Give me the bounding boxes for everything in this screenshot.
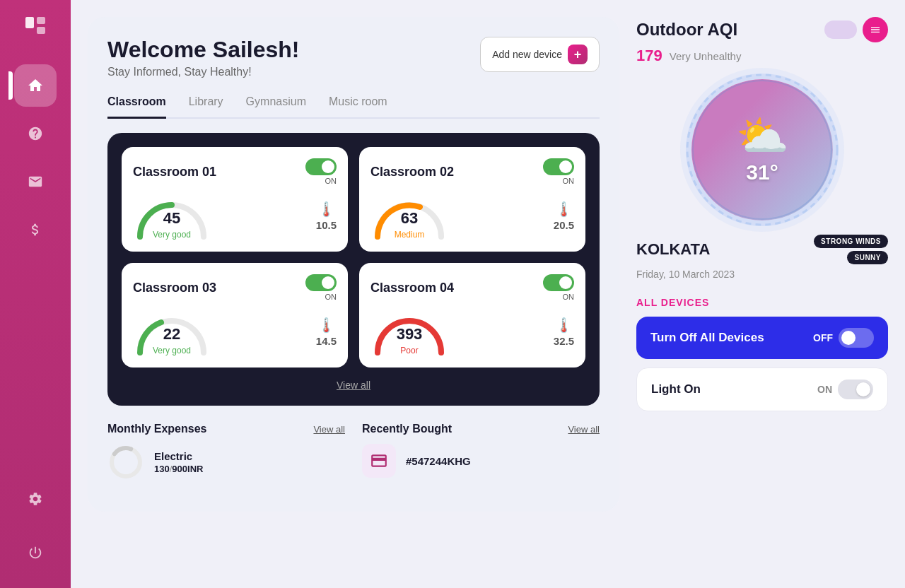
svg-rect-0 — [25, 17, 34, 28]
aqi-value-row: 179 Very Unhealthy — [636, 47, 888, 65]
room-tabs: Classroom Library Gymnasium Music room — [107, 95, 600, 119]
sidebar — [0, 0, 71, 588]
classroom-card-04: Classroom 04 ON — [359, 263, 585, 368]
classroom-card-02: Classroom 02 ON — [359, 147, 585, 252]
classroom-01-status: Very good — [153, 230, 191, 240]
location-row: KOLKATA STRONG WINDS SUNNY — [636, 235, 888, 264]
turn-off-label: Turn Off All Devices — [650, 331, 764, 345]
tab-library[interactable]: Library — [189, 95, 223, 119]
classroom-03-toggle-label: ON — [325, 293, 337, 301]
classroom-03-temp-val: 14.5 — [316, 335, 337, 347]
classroom-04-body: 393 Poor 🌡️ 32.5 — [370, 307, 574, 356]
svg-rect-2 — [37, 27, 45, 34]
classroom-01-body: 45 Very good 🌡️ 10.5 — [133, 191, 337, 240]
aqi-controls — [824, 17, 888, 42]
classroom-04-title: Classroom 04 — [370, 281, 454, 295]
classroom-container: Classroom 01 ON — [107, 133, 600, 406]
aqi-title: Outdoor AQI — [636, 20, 737, 40]
classroom-02-title: Classroom 02 — [370, 165, 454, 180]
aqi-header: Outdoor AQI — [636, 17, 888, 42]
classroom-card-03: Classroom 03 ON — [122, 263, 348, 368]
classroom-01-toggle[interactable] — [305, 158, 337, 175]
sidebar-item-settings[interactable] — [14, 478, 57, 520]
classroom-02-temp: 🌡️ 20.5 — [554, 201, 574, 231]
light-on-toggle[interactable] — [838, 380, 873, 399]
classroom-01-title: Classroom 01 — [133, 165, 216, 180]
classroom-01-temp: 🌡️ 10.5 — [316, 201, 337, 231]
view-all-link[interactable]: View all — [337, 380, 370, 391]
classroom-03-aqi: 22 — [153, 325, 191, 343]
light-on-state: ON — [817, 384, 832, 395]
svg-point-6 — [693, 81, 831, 219]
classroom-04-toggle[interactable] — [543, 274, 574, 291]
bottom-section: Monthly Expenses View all Electric 130/9… — [107, 423, 600, 481]
classroom-04-header: Classroom 04 ON — [370, 274, 574, 301]
classroom-01-gauge: 45 Very good — [133, 191, 211, 240]
recent-title: Recently Bought — [362, 423, 452, 435]
light-on-switch: ON — [817, 380, 873, 399]
classroom-card-01: Classroom 01 ON — [122, 147, 348, 252]
recent-view-all[interactable]: View all — [568, 424, 600, 435]
classroom-03-gauge: 22 Very good — [133, 307, 211, 356]
weather-badge-sunny: SUNNY — [847, 251, 888, 264]
classroom-01-aqi: 45 — [153, 209, 191, 228]
devices-section-title: ALL DEVICES — [636, 297, 888, 308]
sidebar-item-help[interactable] — [14, 112, 57, 155]
aqi-settings-button[interactable] — [863, 17, 888, 42]
turn-off-toggle[interactable] — [839, 328, 874, 348]
sidebar-item-billing[interactable] — [14, 208, 57, 251]
location-name: KOLKATA — [636, 240, 710, 259]
monthly-expenses-section: Monthly Expenses View all Electric 130/9… — [107, 423, 345, 481]
expense-donut — [107, 444, 144, 481]
expenses-view-all[interactable]: View all — [313, 424, 345, 435]
classroom-04-aqi: 393 — [397, 325, 423, 343]
classroom-02-temp-val: 20.5 — [554, 219, 574, 231]
expense-name: Electric — [154, 450, 203, 462]
sidebar-logo — [23, 14, 48, 45]
classroom-04-temp: 🌡️ 32.5 — [554, 317, 574, 347]
tab-gymnasium[interactable]: Gymnasium — [246, 95, 306, 119]
classroom-04-toggle-area: ON — [543, 274, 574, 301]
sidebar-item-power[interactable] — [14, 531, 57, 574]
classroom-02-header: Classroom 02 ON — [370, 158, 574, 185]
svg-point-5 — [687, 75, 837, 225]
turn-off-state: OFF — [813, 332, 833, 343]
classroom-01-toggle-label: ON — [325, 177, 337, 185]
classroom-02-toggle[interactable] — [543, 158, 574, 175]
classroom-02-toggle-label: ON — [563, 177, 575, 185]
thermometer-icon-01: 🌡️ — [317, 201, 335, 218]
classroom-03-temp: 🌡️ 14.5 — [316, 317, 337, 347]
turn-off-switch: OFF — [813, 328, 874, 348]
recently-bought-section: Recently Bought View all #547244KHG — [362, 423, 600, 481]
classroom-02-body: 63 Medium 🌡️ 20.5 — [370, 191, 574, 240]
tab-music-room[interactable]: Music room — [329, 95, 387, 119]
expense-amount: 130/900INR — [154, 464, 203, 474]
weather-badge-strong-winds: STRONG WINDS — [814, 235, 888, 248]
classroom-02-toggle-area: ON — [543, 158, 574, 185]
aqi-number: 179 — [636, 47, 662, 65]
recent-item-id: #547244KHG — [406, 455, 471, 467]
classroom-04-gauge: 393 Poor — [370, 307, 448, 356]
classroom-01-header: Classroom 01 ON — [133, 158, 337, 185]
aqi-status: Very Unhealthy — [670, 50, 742, 62]
light-on-card[interactable]: Light On ON — [636, 368, 888, 411]
sidebar-item-inbox[interactable] — [14, 160, 57, 203]
aqi-toggle[interactable] — [824, 20, 857, 39]
classroom-03-toggle[interactable] — [305, 274, 337, 291]
classroom-04-toggle-label: ON — [563, 293, 575, 301]
sidebar-item-home[interactable] — [14, 64, 57, 107]
classroom-03-header: Classroom 03 ON — [133, 274, 337, 301]
classroom-grid: Classroom 01 ON — [122, 147, 585, 368]
weather-badges: STRONG WINDS SUNNY — [814, 235, 888, 264]
classroom-03-title: Classroom 03 — [133, 281, 216, 295]
light-on-label: Light On — [651, 382, 701, 396]
welcome-section: Welcome Sailesh! Stay Informed, Stay Hea… — [107, 37, 300, 78]
turn-off-devices-card[interactable]: Turn Off All Devices OFF — [636, 317, 888, 359]
add-device-button[interactable]: Add new device + — [480, 37, 600, 72]
expenses-title: Monthly Expenses — [107, 423, 206, 435]
expenses-title-row: Monthly Expenses View all — [107, 423, 345, 435]
classroom-04-status: Poor — [400, 346, 418, 355]
tab-classroom[interactable]: Classroom — [107, 95, 166, 119]
recent-title-row: Recently Bought View all — [362, 423, 600, 435]
expense-current: 130 — [154, 464, 170, 474]
